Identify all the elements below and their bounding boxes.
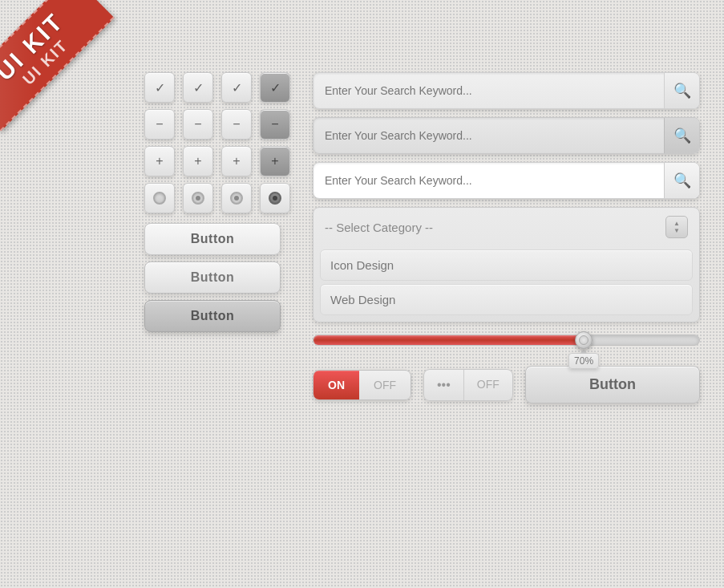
search-box-1: 🔍 <box>313 72 700 109</box>
search-input-3[interactable] <box>313 166 664 195</box>
minus-1[interactable]: − <box>144 109 175 140</box>
dots-button[interactable]: ••• <box>424 370 464 400</box>
bottom-big-button[interactable]: Button <box>525 366 700 403</box>
checkbox-1[interactable]: ✓ <box>144 72 175 103</box>
dropdown-item-1[interactable]: Icon Design <box>320 249 693 281</box>
radio-inner-4 <box>269 192 281 205</box>
search-box-3: 🔍 <box>313 162 700 199</box>
checkbox-3[interactable]: ✓ <box>221 72 252 103</box>
search-icon-3: 🔍 <box>673 172 691 189</box>
on-off-toggle[interactable]: ON OFF <box>313 370 411 400</box>
toggle-on-button[interactable]: ON <box>313 371 359 399</box>
ribbon-wrapper: UI KIT UI KIT <box>0 0 144 144</box>
dropdown-arrow-button[interactable]: ▲ ▼ <box>665 216 688 238</box>
slider-track[interactable] <box>313 335 700 346</box>
slider-tooltip: 70% <box>568 353 599 369</box>
minus-4-dark[interactable]: − <box>260 109 290 140</box>
dots-off-label: OFF <box>464 370 512 400</box>
checkbox-4-dark[interactable]: ✓ <box>260 72 290 103</box>
dropdown-header[interactable]: -- Select Category -- ▲ ▼ <box>313 208 699 246</box>
left-button-3[interactable]: Button <box>144 300 281 332</box>
minus-2[interactable]: − <box>183 109 213 140</box>
plus-2[interactable]: + <box>183 146 213 176</box>
left-column: ✓ ✓ ✓ ✓ − − − − + + + + <box>144 72 289 403</box>
plus-4-dark[interactable]: + <box>260 146 290 176</box>
radio-3[interactable] <box>221 183 252 213</box>
chevron-up-icon: ▲ <box>673 221 680 227</box>
plus-1[interactable]: + <box>144 146 175 176</box>
plus-3[interactable]: + <box>221 146 252 176</box>
search-box-2: 🔍 <box>313 117 700 154</box>
bottom-controls: ON OFF ••• OFF Button <box>313 366 700 403</box>
main-content: ✓ ✓ ✓ ✓ − − − − + + + + <box>144 72 700 403</box>
checkbox-grid: ✓ ✓ ✓ ✓ − − − − + + + + <box>144 72 289 213</box>
dots-toggle[interactable]: ••• OFF <box>423 369 513 401</box>
slider-thumb[interactable] <box>575 331 593 349</box>
radio-inner-1 <box>153 192 166 205</box>
search-icon-2: 🔍 <box>673 127 691 144</box>
search-input-1[interactable] <box>313 76 664 105</box>
search-button-3[interactable]: 🔍 <box>664 163 699 198</box>
toggle-off-button[interactable]: OFF <box>359 371 411 399</box>
left-button-1[interactable]: Button <box>144 223 281 255</box>
radio-inner-2 <box>192 192 204 205</box>
minus-3[interactable]: − <box>221 109 252 140</box>
left-button-2[interactable]: Button <box>144 262 281 294</box>
dropdown-item-2[interactable]: Web Design <box>320 284 693 315</box>
radio-1[interactable] <box>144 183 175 213</box>
search-button-2[interactable]: 🔍 <box>664 118 699 153</box>
checkbox-2[interactable]: ✓ <box>183 72 213 103</box>
radio-4[interactable] <box>260 183 290 213</box>
search-input-2[interactable] <box>313 121 664 150</box>
slider-container: 70% <box>313 330 700 350</box>
search-button-1[interactable]: 🔍 <box>664 73 699 108</box>
right-column: 🔍 🔍 🔍 -- Select Category -- ▲ ▼ <box>313 72 700 403</box>
ribbon: UI KIT UI KIT <box>0 0 115 132</box>
radio-inner-3 <box>230 192 243 205</box>
search-icon-1: 🔍 <box>673 82 691 99</box>
left-buttons: Button Button Button <box>144 223 289 332</box>
chevron-down-icon: ▼ <box>673 228 680 234</box>
slider-fill <box>313 335 584 345</box>
radio-2[interactable] <box>183 183 213 213</box>
dropdown-label: -- Select Category -- <box>325 221 433 234</box>
dropdown-container: -- Select Category -- ▲ ▼ Icon Design We… <box>313 207 700 322</box>
